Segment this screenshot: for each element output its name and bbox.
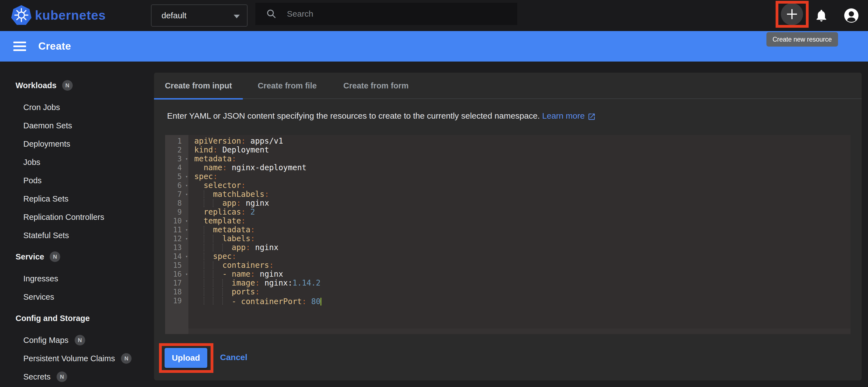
tab-create-from-file[interactable]: Create from file (243, 73, 332, 99)
fold-arrow-icon[interactable]: ▾ (185, 181, 188, 190)
sidebar-item-label: Secrets (23, 372, 51, 382)
fold-arrow-icon[interactable]: ▾ (185, 154, 188, 163)
sidebar-item-stateful-sets[interactable]: Stateful Sets (0, 226, 154, 245)
brand-wordmark[interactable]: kubernetes (35, 8, 106, 23)
line-number: 11▾ (165, 225, 188, 234)
sidebar-group-items: Config MapsNPersistent Volume ClaimsNSec… (0, 331, 154, 386)
editor-code: apiVersion: apps/v1kind: Deploymentmetad… (188, 135, 850, 334)
indent-guide (213, 199, 213, 207)
create-new-resource-button[interactable] (781, 3, 803, 25)
line-number: 18 (165, 287, 188, 296)
new-badge: N (121, 353, 131, 364)
line-number: 10▾ (165, 216, 188, 225)
sidebar-item-config-maps[interactable]: Config MapsN (0, 331, 154, 349)
line-number: 8 (165, 199, 188, 208)
create-card: Create from inputCreate from fileCreate … (154, 73, 862, 380)
sidebar-item-label: Daemon Sets (23, 121, 72, 130)
sidebar-item-ingresses[interactable]: Ingresses (0, 270, 154, 288)
indent-guide (213, 297, 213, 305)
sidebar-group-label: Service (16, 252, 44, 261)
search-bar[interactable] (255, 3, 517, 25)
sidebar-item-label: Persistent Volume Claims (23, 354, 115, 363)
learn-more-link[interactable]: Learn more (542, 111, 596, 120)
search-input[interactable] (287, 9, 498, 19)
new-badge: N (57, 372, 67, 382)
editor-gutter: 123▾45▾6▾7▾8910▾11▾12▾1314▾1516▾171819 (165, 135, 188, 334)
sidebar-item-label: Replication Controllers (23, 213, 104, 222)
new-badge: N (75, 335, 85, 345)
indent-guide (204, 297, 204, 305)
editor-line: replicas: 2 (188, 208, 850, 216)
sidebar-item-replica-sets[interactable]: Replica Sets (0, 189, 154, 208)
sidebar-item-services[interactable]: Services (0, 288, 154, 306)
tab-create-from-input[interactable]: Create from input (154, 73, 243, 99)
sidebar-item-daemon-sets[interactable]: Daemon Sets (0, 116, 154, 135)
editor-horizontal-scrollbar[interactable] (188, 328, 850, 334)
sidebar-group-config-and-storage[interactable]: Config and Storage (0, 310, 154, 326)
sidebar-group-workloads[interactable]: WorkloadsN (0, 77, 154, 94)
sidebar-item-label: Config Maps (23, 336, 68, 345)
editor-line: selector: (188, 181, 850, 190)
sidebar-item-pods[interactable]: Pods (0, 171, 154, 189)
editor-line: ports: (188, 287, 850, 296)
sidebar-item-label: Replica Sets (23, 194, 68, 204)
sidebar-item-secrets[interactable]: SecretsN (0, 367, 154, 386)
kubernetes-logo-icon[interactable] (10, 4, 32, 27)
notifications-button[interactable] (814, 8, 829, 24)
editor-line: labels: (188, 234, 850, 243)
namespace-value: default (161, 11, 186, 20)
upload-button[interactable]: Upload (164, 348, 207, 368)
editor-line: metadata: (188, 225, 850, 234)
search-icon (266, 8, 277, 20)
sidebar-group-items: Cron JobsDaemon SetsDeploymentsJobsPodsR… (0, 98, 154, 245)
editor-line: metadata: (188, 154, 850, 163)
line-number: 12▾ (165, 234, 188, 243)
fold-arrow-icon[interactable]: ▾ (185, 270, 188, 279)
plus-icon (785, 7, 799, 21)
indent-guide (213, 235, 213, 243)
sidebar-item-deployments[interactable]: Deployments (0, 135, 154, 153)
sidebar-nav: WorkloadsNCron JobsDaemon SetsDeployment… (0, 62, 154, 387)
tab-create-from-form[interactable]: Create from form (332, 73, 421, 99)
indent-guide (213, 279, 213, 287)
editor-line: matchLabels: (188, 190, 850, 199)
sidebar-item-cron-jobs[interactable]: Cron Jobs (0, 98, 154, 116)
fold-arrow-icon[interactable]: ▾ (185, 172, 188, 181)
indent-guide (204, 226, 204, 234)
indent-guide (204, 288, 204, 296)
sidebar-item-persistent-volume-claims[interactable]: Persistent Volume ClaimsN (0, 349, 154, 367)
create-tooltip: Create new resource (767, 32, 838, 46)
line-number: 6▾ (165, 181, 188, 190)
tab-bar: Create from inputCreate from fileCreate … (154, 73, 862, 99)
namespace-selector[interactable]: default (151, 4, 248, 27)
fold-arrow-icon[interactable]: ▾ (185, 216, 188, 225)
bell-icon (814, 8, 829, 23)
page-title: Create (38, 40, 71, 52)
sidebar-item-label: Stateful Sets (23, 231, 69, 240)
line-number: 14▾ (165, 252, 188, 261)
cancel-button[interactable]: Cancel (220, 347, 247, 367)
fold-arrow-icon[interactable]: ▾ (185, 225, 188, 234)
indent-guide (213, 244, 213, 251)
sidebar-item-label: Ingresses (23, 274, 58, 283)
indent-guide (204, 190, 204, 198)
editor-description: Enter YAML or JSON content specifying th… (167, 111, 596, 120)
indent-guide (204, 235, 204, 243)
sidebar-item-jobs[interactable]: Jobs (0, 153, 154, 171)
editor-line: image: nginx:1.14.2 (188, 279, 850, 287)
indent-guide (222, 244, 223, 251)
yaml-editor[interactable]: 123▾45▾6▾7▾8910▾11▾12▾1314▾1516▾171819 a… (165, 135, 850, 334)
editor-line: spec: (188, 172, 850, 181)
fold-arrow-icon[interactable]: ▾ (185, 252, 188, 261)
editor-line: spec: (188, 252, 850, 261)
indent-guide (204, 244, 204, 251)
sidebar-item-label: Pods (23, 176, 42, 185)
indent-guide (204, 252, 204, 260)
sidebar-item-replication-controllers[interactable]: Replication Controllers (0, 208, 154, 226)
sidebar-group-service[interactable]: ServiceN (0, 248, 154, 265)
editor-line: containers: (188, 261, 850, 270)
account-button[interactable] (844, 8, 859, 24)
menu-icon[interactable] (13, 42, 26, 51)
fold-arrow-icon[interactable]: ▾ (185, 190, 188, 199)
fold-arrow-icon[interactable]: ▾ (185, 234, 188, 243)
